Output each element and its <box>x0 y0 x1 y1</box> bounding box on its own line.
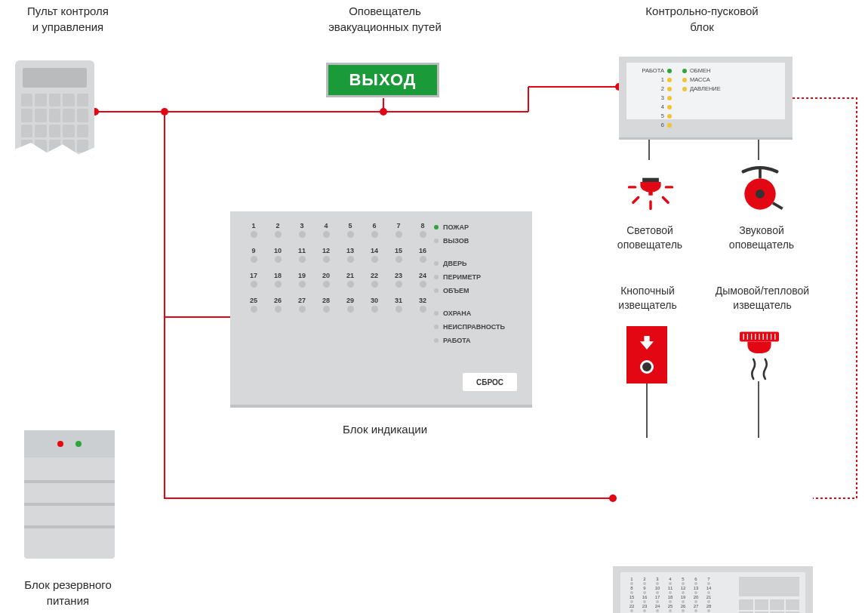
keypad-label: Пульт контроляи управления <box>0 3 136 35</box>
status-НЕИСПРАВНОСТЬ: НЕИСПРАВНОСТЬ <box>434 323 517 331</box>
zone-22: 22 <box>366 272 383 288</box>
svg-point-26 <box>756 189 765 199</box>
light-alarm-icon <box>620 160 681 220</box>
zone-7: 7 <box>390 222 407 238</box>
status-ПЕРИМЕТР: ПЕРИМЕТР <box>434 273 517 281</box>
exit-sign: ВЫХОД <box>326 63 439 97</box>
svg-rect-27 <box>772 202 783 210</box>
smoke-label: Дымовой/тепловойизвещатель <box>702 284 823 313</box>
control-launch-block: РАБОТА 1 2 3 4 5 6 ОБМЕН МАССА ДАВЛЕНИЕ <box>619 57 793 140</box>
status-ДВЕРЬ: ДВЕРЬ <box>434 260 517 267</box>
callpoint-label: Кнопочныйизвещатель <box>596 284 699 313</box>
callpoint-button <box>640 360 654 374</box>
sound-alarm-icon <box>729 159 791 220</box>
svg-line-20 <box>633 198 639 203</box>
zone-14: 14 <box>366 247 383 263</box>
power-led-red <box>57 441 63 447</box>
control-panel: 1234567891011121314151617181920212223242… <box>613 566 813 613</box>
zone-12: 12 <box>318 247 334 263</box>
status-ОБЪЕМ: ОБЪЕМ <box>434 287 517 294</box>
svg-rect-17 <box>642 178 659 182</box>
zone-25: 25 <box>245 297 262 313</box>
ctrl-right-col: ОБМЕН МАССА ДАВЛЕНИЕ <box>682 67 721 115</box>
zone-6: 6 <box>366 222 383 238</box>
keypad-device <box>15 60 94 159</box>
status-РАБОТА: РАБОТА <box>434 337 517 344</box>
zone-28: 28 <box>318 297 334 313</box>
ctrl-label: Контрольно-пусковойблок <box>604 3 800 35</box>
svg-point-5 <box>380 108 387 116</box>
zone-30: 30 <box>366 297 383 313</box>
zone-31: 31 <box>390 297 407 313</box>
zone-29: 29 <box>342 297 359 313</box>
svg-rect-18 <box>648 190 652 196</box>
backup-power-block <box>24 430 115 559</box>
zone-21: 21 <box>342 272 359 288</box>
panel-keypad <box>739 599 799 613</box>
zone-20: 20 <box>318 272 334 288</box>
status-ПОЖАР: ПОЖАР <box>434 223 517 231</box>
zone-3: 3 <box>294 222 310 238</box>
zone-18: 18 <box>269 272 286 288</box>
zone-grid: 1234567891011121314151617181920212223242… <box>245 222 434 322</box>
zone-32: 32 <box>414 297 431 313</box>
keypad-screen <box>23 68 87 88</box>
power-led-green <box>75 441 82 447</box>
zone-24: 24 <box>414 272 431 288</box>
smoke-detector-icon <box>732 326 786 387</box>
zone-9: 9 <box>245 247 262 263</box>
exit-label: Оповещательэвакуационных путей <box>302 3 468 35</box>
zone-13: 13 <box>342 247 359 263</box>
status-list: ПОЖАРВЫЗОВДВЕРЬПЕРИМЕТРОБЪЕМОХРАНАНЕИСПР… <box>434 223 517 344</box>
zone-27: 27 <box>294 297 310 313</box>
zone-10: 10 <box>269 247 286 263</box>
zone-8: 8 <box>414 222 431 238</box>
zone-26: 26 <box>269 297 286 313</box>
zone-2: 2 <box>269 222 286 238</box>
panel-screen <box>739 577 799 596</box>
ctrl-left-col: РАБОТА 1 2 3 4 5 6 <box>633 67 672 115</box>
power-label: Блок резервногопитания <box>0 577 136 608</box>
zone-15: 15 <box>390 247 407 263</box>
zone-1: 1 <box>245 222 262 238</box>
indication-label: Блок индикации <box>309 421 460 437</box>
zone-19: 19 <box>294 272 310 288</box>
indication-block: 1234567891011121314151617181920212223242… <box>230 211 532 408</box>
zone-23: 23 <box>390 272 407 288</box>
svg-line-21 <box>663 198 668 203</box>
sound-alarm-label: Звуковойоповещатель <box>713 223 811 252</box>
zone-16: 16 <box>414 247 431 263</box>
zone-4: 4 <box>318 222 334 238</box>
zone-11: 11 <box>294 247 310 263</box>
reset-button[interactable]: СБРОС <box>463 373 517 391</box>
arrow-down-icon <box>640 336 654 350</box>
svg-point-2 <box>161 108 168 116</box>
status-ОХРАНА: ОХРАНА <box>434 310 517 317</box>
manual-call-point <box>626 326 667 384</box>
zone-5: 5 <box>342 222 359 238</box>
zone-17: 17 <box>245 272 262 288</box>
status-ВЫЗОВ: ВЫЗОВ <box>434 237 517 245</box>
panel-zone-grid: 1234567891011121314151617181920212223242… <box>626 577 725 613</box>
light-alarm-label: Световойоповещатель <box>601 223 699 252</box>
svg-point-12 <box>609 494 617 502</box>
